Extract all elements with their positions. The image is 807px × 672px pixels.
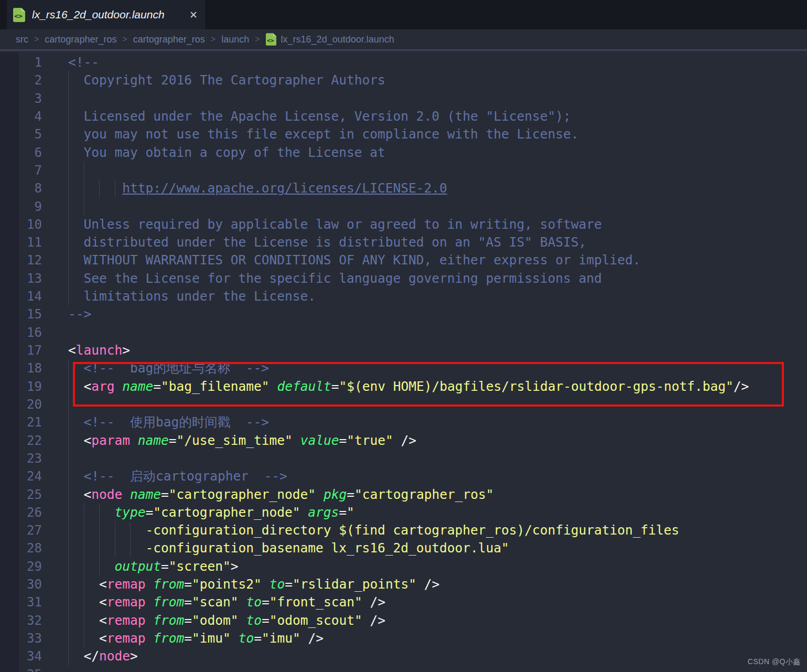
- code-line[interactable]: [68, 198, 749, 216]
- breadcrumb-item[interactable]: src: [16, 34, 28, 45]
- chevron-right-icon: >: [211, 35, 216, 44]
- tab-title: lx_rs16_2d_outdoor.launch: [32, 8, 182, 21]
- line-number: 26: [0, 504, 42, 521]
- code-line[interactable]: Licensed under the Apache License, Versi…: [68, 108, 749, 125]
- code-line[interactable]: Unless required by applicable law or agr…: [68, 216, 749, 233]
- code-line[interactable]: <!-- bag的地址与名称 -->: [68, 359, 749, 377]
- vscode-editor-window: <> lx_rs16_2d_outdoor.launch ✕ src>carto…: [0, 0, 807, 672]
- code-line[interactable]: WITHOUT WARRANTIES OR CONDITIONS OF ANY …: [68, 251, 749, 269]
- line-number: 21: [0, 413, 42, 431]
- code-line[interactable]: <remap from="odom" to="odom_scout" />: [68, 612, 749, 630]
- breadcrumb-item[interactable]: cartographer_ros: [133, 34, 205, 45]
- close-icon[interactable]: ✕: [189, 10, 198, 20]
- code-line[interactable]: [68, 396, 749, 413]
- watermark: CSDN @Q小鑫: [748, 657, 801, 667]
- line-number: 20: [0, 396, 42, 413]
- line-number: 17: [0, 342, 42, 359]
- line-number: 23: [0, 450, 42, 467]
- line-number: 7: [0, 162, 42, 179]
- line-number: 33: [0, 630, 42, 647]
- line-number: 31: [0, 593, 42, 611]
- line-number: 4: [0, 108, 42, 125]
- line-number: 5: [0, 125, 42, 143]
- code-line[interactable]: you may not use this file except in comp…: [68, 125, 749, 143]
- line-number: 19: [0, 378, 42, 396]
- line-number: 29: [0, 558, 42, 575]
- line-number: 12: [0, 251, 42, 269]
- code-line[interactable]: [68, 90, 749, 108]
- breadcrumb-item[interactable]: cartographer_ros: [45, 34, 116, 45]
- line-number: 32: [0, 612, 42, 630]
- line-number: 6: [0, 144, 42, 162]
- chevron-right-icon: >: [34, 35, 39, 44]
- code-line[interactable]: [68, 324, 749, 342]
- line-number: 30: [0, 575, 42, 593]
- code-line[interactable]: <launch>: [68, 342, 749, 359]
- line-number-gutter: 1234567891011121314151617181920212223242…: [0, 54, 42, 672]
- line-number: 24: [0, 467, 42, 485]
- line-number: 14: [0, 287, 42, 305]
- code-line[interactable]: limitations under the License.: [68, 287, 749, 305]
- breadcrumb-file-label: lx_rs16_2d_outdoor.launch: [281, 34, 394, 45]
- code-content: <!-- Copyright 2016 The Cartographer Aut…: [68, 54, 749, 672]
- line-number: 27: [0, 521, 42, 539]
- line-number: 8: [0, 179, 42, 197]
- chevron-right-icon: >: [122, 35, 127, 44]
- code-line[interactable]: You may obtain a copy of the License at: [68, 144, 749, 162]
- line-number: 13: [0, 270, 42, 287]
- code-line[interactable]: See the License for the specific languag…: [68, 270, 749, 287]
- line-number: 28: [0, 539, 42, 557]
- breadcrumb-item-file[interactable]: <> lx_rs16_2d_outdoor.launch: [266, 33, 394, 46]
- breadcrumb: src>cartographer_ros>cartographer_ros>la…: [0, 29, 807, 51]
- xml-file-icon: <>: [266, 33, 276, 46]
- code-line[interactable]: <!-- 启动cartographer -->: [68, 467, 749, 485]
- code-line[interactable]: distributed under the License is distrib…: [68, 233, 749, 251]
- line-number: 2: [0, 71, 42, 89]
- code-line[interactable]: Copyright 2016 The Cartographer Authors: [68, 71, 749, 89]
- code-line[interactable]: <param name="/use_sim_time" value="true"…: [68, 432, 749, 450]
- code-line[interactable]: [68, 450, 749, 467]
- code-line[interactable]: output="screen">: [68, 558, 749, 575]
- line-number: 34: [0, 647, 42, 665]
- line-number: 15: [0, 305, 42, 323]
- line-number: 10: [0, 216, 42, 233]
- breadcrumb-item[interactable]: launch: [221, 34, 249, 45]
- code-line[interactable]: <arg name="bag_filename" default="$(env …: [68, 378, 749, 396]
- code-line[interactable]: [68, 666, 749, 672]
- line-number: 16: [0, 324, 42, 342]
- line-number: 18: [0, 359, 42, 377]
- code-line[interactable]: <!-- 使用bag的时间戳 -->: [68, 413, 749, 431]
- code-line[interactable]: -configuration_basename lx_rs16_2d_outdo…: [68, 539, 749, 557]
- code-line[interactable]: http://www.apache.org/licenses/LICENSE-2…: [68, 179, 749, 197]
- code-line[interactable]: [68, 162, 749, 179]
- line-number: 11: [0, 233, 42, 251]
- tab-active-launch-file[interactable]: <> lx_rs16_2d_outdoor.launch ✕: [7, 0, 205, 29]
- line-number: 3: [0, 90, 42, 108]
- line-number: 9: [0, 198, 42, 216]
- code-line[interactable]: type="cartographer_node" args=": [68, 504, 749, 521]
- svg-text:<>: <>: [266, 37, 274, 44]
- line-number: 35: [0, 666, 42, 672]
- code-line[interactable]: <remap from="scan" to="front_scan" />: [68, 593, 749, 611]
- tab-bar: <> lx_rs16_2d_outdoor.launch ✕: [0, 0, 807, 29]
- xml-file-icon: <>: [13, 8, 25, 22]
- line-number: 22: [0, 432, 42, 450]
- svg-text:<>: <>: [14, 12, 23, 20]
- code-line[interactable]: -configuration_directory $(find cartogra…: [68, 521, 749, 539]
- code-line[interactable]: </node>: [68, 647, 749, 665]
- chevron-right-icon: >: [255, 35, 260, 44]
- code-line[interactable]: -->: [68, 305, 749, 323]
- code-line[interactable]: <node name="cartographer_node" pkg="cart…: [68, 486, 749, 504]
- line-number: 1: [0, 54, 42, 71]
- code-editor[interactable]: 1234567891011121314151617181920212223242…: [0, 52, 807, 672]
- code-line[interactable]: <remap from="imu" to="imu" />: [68, 630, 749, 647]
- line-number: 25: [0, 486, 42, 504]
- code-line[interactable]: <remap from="points2" to="rslidar_points…: [68, 575, 749, 593]
- code-line[interactable]: <!--: [68, 54, 749, 71]
